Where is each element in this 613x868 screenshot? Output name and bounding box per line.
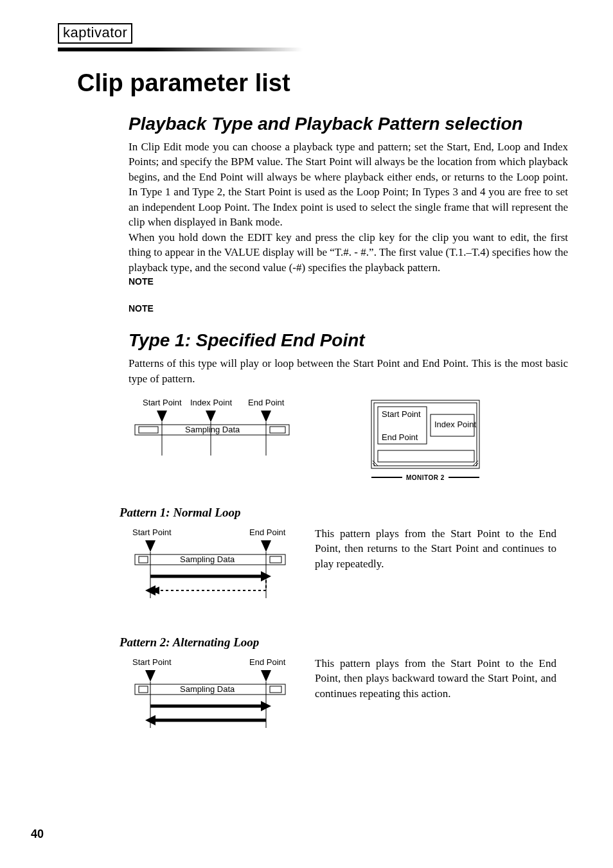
- p1-start: Start Point: [132, 527, 172, 537]
- svg-rect-7: [139, 427, 158, 433]
- svg-rect-38: [139, 686, 148, 693]
- p2-end: End Point: [249, 657, 286, 667]
- p2-start: Start Point: [132, 657, 172, 667]
- section1-para2: When you hold down the EDIT key and pres…: [129, 230, 568, 275]
- note-label-2: NOTE: [129, 303, 568, 314]
- label-sampling: Sampling Data: [185, 425, 240, 434]
- monitor-label: MONITOR 2: [406, 474, 445, 481]
- section1-body: In Clip Edit mode you can choose a playb…: [129, 139, 568, 275]
- label-end: End Point: [248, 398, 285, 407]
- overview-diagram: Start Point Index Point End Point Sampli…: [129, 396, 296, 474]
- svg-marker-33: [145, 670, 155, 682]
- svg-line-14: [373, 461, 378, 466]
- page-number: 40: [31, 828, 44, 841]
- section1-para1: In Clip Edit mode you can choose a playb…: [129, 139, 568, 230]
- section2-para: Patterns of this type will play or loop …: [129, 356, 568, 386]
- monitor-end: End Point: [382, 432, 418, 442]
- label-index: Index Point: [190, 398, 232, 407]
- svg-marker-1: [206, 411, 216, 422]
- pattern2-title: Pattern 2: Alternating Loop: [120, 635, 568, 650]
- p2-sampling: Sampling Data: [180, 684, 235, 694]
- pattern1-desc: This pattern plays from the Start Point …: [315, 526, 568, 571]
- pattern1-title: Pattern 1: Normal Loop: [120, 506, 568, 520]
- section-title-playback: Playback Type and Playback Pattern selec…: [129, 114, 568, 134]
- svg-line-16: [473, 461, 478, 466]
- page-title: Clip parameter list: [77, 69, 568, 97]
- svg-rect-25: [139, 556, 148, 563]
- pattern2-diagram: Start Point End Point Sampling Data: [129, 656, 296, 740]
- monitor-index: Index Point: [434, 420, 476, 429]
- label-start: Start Point: [143, 398, 182, 407]
- svg-marker-20: [145, 540, 155, 552]
- section-title-type1: Type 1: Specified End Point: [129, 330, 568, 351]
- pattern1-diagram: Start Point End Point Sampling Data: [129, 526, 296, 616]
- pattern2-desc: This pattern plays from the Start Point …: [315, 656, 568, 701]
- brand-logo: kaptivator: [58, 23, 132, 44]
- svg-marker-2: [261, 411, 271, 422]
- section2-body: Patterns of this type will play or loop …: [129, 356, 568, 386]
- monitor-diagram: Start Point End Point Index Point MONITO…: [366, 396, 488, 486]
- svg-rect-39: [270, 686, 281, 693]
- svg-marker-21: [261, 540, 271, 552]
- svg-marker-0: [157, 411, 167, 422]
- svg-marker-34: [261, 670, 271, 682]
- svg-rect-8: [270, 427, 285, 433]
- header-divider: [58, 48, 568, 51]
- monitor-start: Start Point: [382, 409, 421, 419]
- svg-rect-13: [378, 450, 474, 462]
- p1-sampling: Sampling Data: [180, 554, 235, 564]
- note-label-1: NOTE: [129, 276, 568, 287]
- p1-end: End Point: [249, 527, 286, 537]
- svg-rect-26: [270, 556, 281, 563]
